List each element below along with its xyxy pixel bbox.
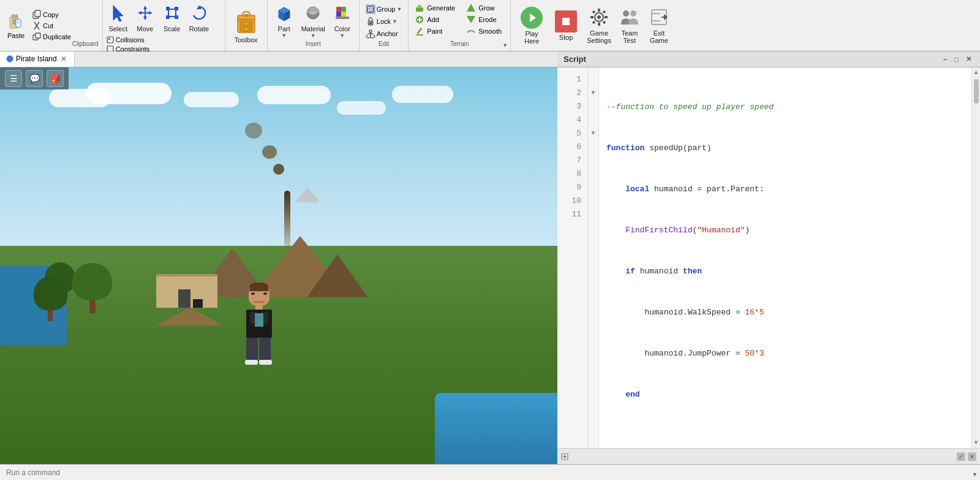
svg-rect-69 bbox=[603, 10, 606, 13]
stop-button[interactable]: Stop bbox=[550, 8, 582, 44]
copy-label: Copy bbox=[43, 11, 59, 18]
scroll-up-btn[interactable]: ▲ bbox=[974, 67, 978, 78]
command-input[interactable] bbox=[6, 468, 190, 477]
smoke-pillar bbox=[284, 191, 290, 246]
smooth-button[interactable]: Smooth bbox=[464, 26, 507, 37]
script-close-btn[interactable]: ✕ bbox=[963, 55, 974, 64]
rotate-button[interactable]: Rotate bbox=[186, 2, 212, 34]
anchor-button[interactable]: Anchor bbox=[363, 28, 405, 39]
game-settings-button[interactable]: Game Settings bbox=[584, 6, 614, 45]
code-line-6: humanoid.WalkSpeed = 16*5 bbox=[606, 305, 971, 319]
team-test-button[interactable]: Team Test bbox=[616, 6, 643, 45]
tab-pirate-island-label: Pirate Island bbox=[16, 55, 57, 63]
svg-rect-52 bbox=[416, 8, 423, 12]
script-bottom-expand[interactable] bbox=[561, 453, 568, 460]
material-button[interactable]: Material ▼ bbox=[298, 2, 328, 40]
paint-terrain-button[interactable]: Paint bbox=[412, 26, 458, 37]
part-button[interactable]: Part ▼ bbox=[271, 2, 297, 40]
tab-pirate-island[interactable]: Pirate Island ✕ bbox=[0, 51, 75, 67]
line-num-10: 10 bbox=[557, 194, 587, 207]
scroll-down-btn[interactable]: ▼ bbox=[974, 438, 978, 448]
move-button[interactable]: Move bbox=[132, 2, 158, 34]
color-button[interactable]: Color ▼ bbox=[330, 2, 355, 40]
fold-space-11 bbox=[588, 207, 598, 221]
team-test-label: Team Test bbox=[621, 29, 638, 44]
add-terrain-button[interactable]: Add bbox=[412, 14, 458, 25]
generate-button[interactable]: Generate bbox=[412, 2, 458, 13]
toolbox-icon bbox=[235, 8, 258, 35]
scale-button[interactable]: Scale bbox=[159, 2, 185, 34]
line3-indent bbox=[606, 185, 625, 194]
line-num-4: 4 bbox=[557, 113, 587, 126]
material-dropdown-arrow[interactable]: ▼ bbox=[311, 32, 316, 39]
line4-str: "Humanoid" bbox=[697, 226, 745, 235]
svg-rect-7 bbox=[17, 23, 20, 23]
svg-rect-68 bbox=[592, 10, 596, 13]
tab-close-btn[interactable]: ✕ bbox=[59, 55, 68, 63]
svg-rect-18 bbox=[175, 7, 178, 10]
color-dropdown-arrow[interactable]: ▼ bbox=[339, 32, 345, 39]
cloud-6 bbox=[392, 86, 453, 103]
erode-button[interactable]: Erode bbox=[464, 14, 507, 25]
collisions-toggle[interactable]: Collisions bbox=[105, 36, 222, 44]
script-panel-undock-btn[interactable]: ⤢ bbox=[957, 452, 965, 461]
line7-num: 50*3 bbox=[745, 349, 764, 358]
svg-point-36 bbox=[309, 11, 317, 15]
lock-button[interactable]: Lock ▼ bbox=[363, 16, 405, 27]
insert-section-label: Insert bbox=[271, 40, 355, 48]
group-arrow[interactable]: ▼ bbox=[396, 6, 402, 12]
play-here-label: Play Here bbox=[524, 30, 539, 45]
script-content-area: 1 2 3 4 5 6 7 8 9 10 11 ▼ ▼ bbox=[557, 67, 980, 448]
material-icon bbox=[304, 4, 322, 24]
svg-rect-1 bbox=[12, 15, 18, 18]
toolbox-button[interactable]: Toolbox bbox=[229, 5, 263, 47]
tab-bar: Pirate Island ✕ bbox=[0, 51, 557, 67]
cut-button[interactable]: Cut bbox=[31, 20, 72, 31]
line6-num: 16*5 bbox=[745, 308, 764, 317]
line-num-8: 8 bbox=[557, 167, 587, 180]
fold-arrow-5[interactable]: ▼ bbox=[588, 126, 598, 140]
select-button[interactable]: Select bbox=[105, 2, 131, 34]
script-right-scrollbar[interactable]: ▲ ▼ bbox=[971, 67, 980, 448]
exit-game-button[interactable]: Exit Game bbox=[646, 6, 673, 45]
cloud-5 bbox=[337, 101, 386, 115]
line8-kw-end: end bbox=[625, 390, 639, 399]
script-panel-close2-btn[interactable]: ✕ bbox=[968, 452, 976, 461]
add-terrain-icon bbox=[415, 15, 424, 25]
terrain-expand-btn[interactable]: ▼ bbox=[502, 42, 508, 48]
duplicate-button[interactable]: Duplicate bbox=[31, 31, 72, 42]
line5-cond: humanoid bbox=[635, 267, 683, 276]
viewport-chat-btn[interactable]: 💬 bbox=[26, 70, 43, 87]
part-dropdown-arrow[interactable]: ▼ bbox=[281, 32, 287, 39]
insert-section: Part ▼ Material ▼ bbox=[268, 0, 360, 51]
code-editor-area[interactable]: --function to speed up player speed func… bbox=[599, 67, 971, 448]
viewport-scene: ☰ 💬 🎒 bbox=[0, 67, 557, 464]
fold-arrow-2[interactable]: ▼ bbox=[588, 86, 598, 99]
lock-arrow[interactable]: ▼ bbox=[392, 18, 398, 25]
script-maximize-btn[interactable]: □ bbox=[952, 55, 961, 64]
main-area: Pirate Island ✕ bbox=[0, 51, 980, 464]
svg-rect-71 bbox=[603, 20, 606, 24]
generate-label: Generate bbox=[427, 4, 455, 12]
scroll-thumb[interactable] bbox=[974, 79, 979, 104]
smooth-label: Smooth bbox=[478, 28, 502, 35]
stop-icon bbox=[555, 10, 577, 32]
edit-expand-btn[interactable]: ▼ bbox=[972, 471, 978, 478]
clipboard-section-label: Clipboard bbox=[72, 40, 99, 48]
script-panel-header: Script − □ ✕ bbox=[557, 51, 980, 67]
grow-button[interactable]: Grow bbox=[464, 2, 507, 13]
play-here-button[interactable]: Play Here bbox=[516, 4, 548, 47]
line4-paren1: ( bbox=[692, 226, 697, 235]
line-numbers: 1 2 3 4 5 6 7 8 9 10 11 bbox=[557, 67, 588, 448]
copy-button[interactable]: Copy bbox=[31, 9, 72, 20]
group-icon bbox=[366, 4, 375, 14]
terrain-section: Generate Add Paint bbox=[409, 0, 511, 51]
viewport-menu-btn[interactable]: ☰ bbox=[5, 70, 22, 87]
code-line-2: function speedUp(part) bbox=[606, 141, 971, 154]
group-button[interactable]: Group ▼ bbox=[363, 4, 405, 15]
script-minimize-btn[interactable]: − bbox=[941, 55, 949, 64]
fold-space-7 bbox=[588, 153, 598, 167]
viewport-bag-btn[interactable]: 🎒 bbox=[47, 70, 64, 87]
fold-space-6 bbox=[588, 140, 598, 153]
paste-button[interactable]: Paste bbox=[4, 11, 28, 40]
